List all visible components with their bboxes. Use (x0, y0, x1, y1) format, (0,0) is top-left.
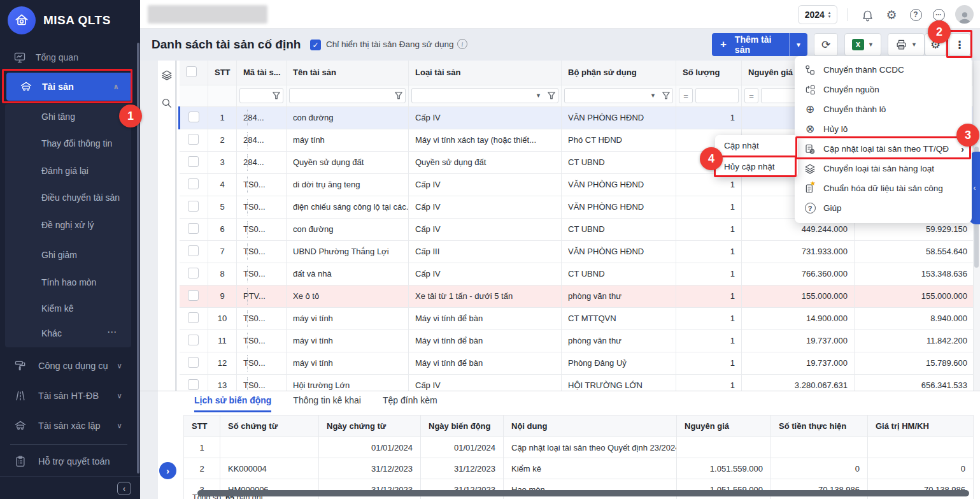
checkbox[interactable] (188, 312, 199, 323)
row-select[interactable] (180, 263, 208, 285)
sidebar-item-overview[interactable]: Tổng quan (13, 51, 78, 64)
col-stt[interactable]: STT (208, 61, 237, 85)
row-select[interactable] (180, 240, 208, 263)
show-active-checkbox[interactable]: ✓ (310, 40, 321, 50)
menu-item-chuyen-thanh-ccdc[interactable]: Chuyển thành CCDC (795, 60, 972, 80)
menu-item-giup[interactable]: ?Giúp (795, 198, 972, 218)
help-icon[interactable]: ? (908, 7, 923, 22)
row-select[interactable] (180, 196, 208, 218)
sidebar-item-ghi-tang[interactable]: Ghi tăng (41, 112, 75, 122)
funnel-icon[interactable] (548, 92, 555, 99)
avatar[interactable] (955, 5, 974, 24)
row-select[interactable] (180, 285, 208, 307)
checkbox[interactable] (188, 290, 199, 301)
checkbox[interactable] (188, 379, 199, 390)
sidebar-item-tai-san-ht-db[interactable]: Tài sản HT-ĐB ∨ (0, 383, 140, 409)
sidebar-item-ghi-giam[interactable]: Ghi giảm (41, 250, 77, 260)
filter-loai-select[interactable] (415, 91, 533, 100)
export-excel-button[interactable]: X▼ (844, 33, 881, 56)
filter-ma[interactable] (237, 85, 287, 106)
filter-ma-input[interactable] (243, 91, 270, 100)
menu-item-chuyen-thanh-lo[interactable]: ⊕Chuyển thành lô (795, 99, 972, 119)
checkbox[interactable] (188, 178, 199, 189)
year-spinner-icon[interactable]: ▴▾ (828, 11, 831, 18)
col-ma[interactable]: Mã tài s... (237, 61, 287, 85)
filter-so-luong[interactable]: = (676, 85, 742, 106)
row-select[interactable] (180, 151, 208, 173)
tab-tep-dinh-kem[interactable]: Tệp đính kèm (383, 395, 437, 412)
row-select[interactable] (180, 374, 208, 391)
more-ellipsis-icon[interactable]: ⋯ (107, 326, 117, 338)
sidebar-item-dieu-chuyen-tai-san[interactable]: Điều chuyển tài sản (41, 192, 120, 203)
tab-lich-su-bien-dong[interactable]: Lịch sử biến động (194, 395, 271, 412)
print-button[interactable]: ▼ (888, 33, 925, 56)
row-select[interactable] (180, 106, 208, 129)
bell-icon[interactable] (860, 7, 875, 22)
layers-icon[interactable] (161, 69, 173, 83)
row-select[interactable] (180, 129, 208, 151)
sidebar-item-tinh-hao-mon[interactable]: Tính hao mòn (41, 277, 96, 287)
filter-ten-input[interactable] (292, 91, 392, 100)
filter-ten[interactable] (287, 85, 409, 106)
year-selector[interactable]: 2024 ▴▾ (798, 5, 837, 24)
row-select[interactable] (180, 173, 208, 196)
filter-operator[interactable]: = (679, 88, 693, 103)
funnel-icon[interactable] (662, 92, 670, 99)
funnel-icon[interactable] (273, 92, 280, 99)
col-so-luong[interactable]: Số lượng (676, 61, 742, 85)
checkbox[interactable] (188, 156, 199, 167)
sidebar-collapse-button[interactable]: ‹ (117, 482, 131, 495)
asset-row[interactable]: 11TS0...máy vi tínhMáy vi tính để bànphò… (180, 329, 974, 352)
settings-icon[interactable]: ⚙ (884, 7, 899, 22)
sidebar-item-tai-san-xac-lap[interactable]: Tài sản xác lập ∨ (0, 413, 140, 438)
menu-item-chuyen-loai-hang-loat[interactable]: Chuyển loại tài sản hàng loạt (795, 159, 972, 178)
sidebar-item-de-nghi-xu-ly[interactable]: Đề nghị xử lý (41, 220, 94, 230)
filter-operator[interactable]: = (744, 88, 758, 103)
row-select[interactable] (180, 218, 208, 240)
checkbox[interactable] (188, 335, 199, 345)
checkbox[interactable] (188, 357, 199, 368)
funnel-icon[interactable] (395, 92, 402, 99)
asset-row[interactable]: 13TS0...Hội trường LớnCấp IVHỘI TRƯỜNG L… (180, 374, 974, 391)
expand-panel-button[interactable]: › (159, 462, 176, 479)
tab-thong-tin-ke-khai[interactable]: Thông tin kê khai (293, 395, 361, 412)
add-asset-button[interactable]: + Thêm tài sản ▼ (712, 33, 807, 56)
sidebar-item-ho-tro-quyet-toan[interactable]: Hỗ trợ quyết toán (0, 449, 140, 474)
history-row[interactable]: 101/01/202401/01/2024Cập nhật loại tài s… (184, 437, 974, 458)
search-icon[interactable] (161, 98, 173, 112)
row-select[interactable] (180, 329, 208, 352)
horizontal-scrollbar-thumb[interactable] (197, 490, 969, 496)
history-row[interactable]: 2KK00000431/12/202331/12/2023Kiểm kê1.05… (184, 458, 974, 479)
sidebar-item-cong-cu-dung-cu[interactable]: Công cụ dụng cụ ∨ (0, 353, 140, 379)
checkbox[interactable] (188, 201, 199, 212)
filter-bo-phan-select[interactable] (567, 91, 648, 100)
col-bo-phan[interactable]: Bộ phận sử dụng (562, 61, 676, 85)
select-all-checkbox[interactable] (186, 66, 197, 77)
info-icon[interactable]: i (457, 39, 467, 49)
menu-item-chuan-hoa-du-lieu[interactable]: ★Chuẩn hóa dữ liệu tài sản công (795, 178, 972, 198)
menu-item-chuyen-nguon[interactable]: Chuyển nguồn (795, 80, 972, 99)
document-link[interactable]: KK000004 (220, 458, 319, 479)
asset-row[interactable]: 10TS0...máy vi tínhMáy vi tính để bànCT … (180, 307, 974, 329)
checkbox[interactable] (188, 245, 199, 256)
asset-row[interactable]: 12TS0...máy vi tínhMáy vi tính để bànPhò… (180, 352, 974, 374)
filter-so-luong-input[interactable] (699, 91, 735, 100)
filter-bo-phan[interactable]: ▼ (562, 85, 676, 106)
asset-row[interactable]: 8TS0...đất và nhàCấp IVCT UBND1766.360.0… (180, 263, 974, 285)
checkbox[interactable] (188, 112, 199, 122)
col-loai[interactable]: Loại tài sản (409, 61, 562, 85)
checkbox[interactable] (188, 223, 199, 234)
sidebar-item-danh-gia-lai[interactable]: Đánh giá lại (41, 166, 89, 176)
add-asset-dropdown-icon[interactable]: ▼ (790, 41, 807, 48)
select-all-cell[interactable] (180, 61, 208, 85)
submenu-item-cap-nhat[interactable]: Cập nhật (715, 135, 798, 156)
checkbox[interactable] (188, 268, 199, 278)
sidebar-item-khac[interactable]: Khác (41, 328, 62, 338)
refresh-button[interactable]: ⟳ (814, 33, 838, 56)
sidebar-item-kiem-ke[interactable]: Kiểm kê (41, 303, 74, 314)
row-select[interactable] (180, 352, 208, 374)
asset-row[interactable]: 9PTV...Xe ô tôXe tải từ 1 tấn - dưới 5 t… (180, 285, 974, 307)
filter-loai[interactable]: ▼ (409, 85, 562, 106)
row-select[interactable] (180, 307, 208, 329)
checkbox[interactable] (188, 134, 199, 145)
